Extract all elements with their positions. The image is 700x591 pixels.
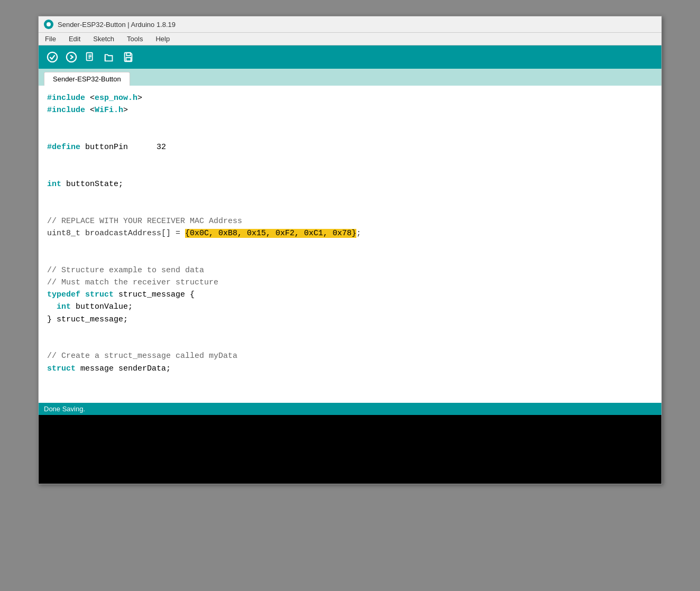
status-bar: Done Saving.: [39, 403, 661, 415]
verify-button[interactable]: [44, 49, 61, 66]
menu-help[interactable]: Help: [153, 34, 172, 44]
code-line-22: // Create a struct_message called myData: [47, 350, 653, 362]
code-line-6: [47, 153, 653, 165]
code-line-19: } struct_message;: [47, 313, 653, 326]
code-line-13: [47, 239, 653, 252]
save-button[interactable]: [120, 49, 137, 66]
window-title: Sender-ESP32-Button | Arduino 1.8.19: [58, 21, 176, 29]
tab-bar: Sender-ESP32-Button: [39, 69, 661, 86]
svg-rect-7: [126, 58, 131, 61]
code-line-21: [47, 338, 653, 350]
upload-button[interactable]: [63, 49, 80, 66]
open-button[interactable]: [101, 49, 118, 66]
svg-point-1: [67, 52, 76, 62]
editor-tab[interactable]: Sender-ESP32-Button: [44, 72, 130, 86]
new-button[interactable]: [82, 49, 99, 66]
code-line-23: struct message senderData;: [47, 363, 653, 375]
svg-point-0: [48, 52, 57, 62]
code-line-3: [47, 117, 653, 129]
code-line-18: int buttonValue;: [47, 301, 653, 313]
menu-sketch[interactable]: Sketch: [91, 34, 116, 44]
arduino-logo-icon: [44, 20, 53, 29]
code-line-11: // REPLACE WITH YOUR RECEIVER MAC Addres…: [47, 215, 653, 227]
menu-bar: File Edit Sketch Tools Help: [39, 33, 661, 45]
svg-rect-6: [126, 53, 130, 56]
code-line-16: // Must match the receiver structure: [47, 276, 653, 289]
menu-edit[interactable]: Edit: [67, 34, 82, 44]
menu-tools[interactable]: Tools: [125, 34, 145, 44]
menu-file[interactable]: File: [43, 34, 58, 44]
code-line-1: #include <esp_now.h>: [47, 92, 653, 104]
arduino-window: Sender-ESP32-Button | Arduino 1.8.19 Fil…: [38, 16, 662, 484]
status-text: Done Saving.: [44, 405, 85, 413]
code-line-12: uint8_t broadcastAddress[] = {0x0C, 0xB8…: [47, 227, 653, 239]
code-line-17: typedef struct struct_message {: [47, 289, 653, 301]
code-line-4: [47, 129, 653, 141]
code-line-9: [47, 190, 653, 202]
code-line-7: [47, 166, 653, 178]
title-bar: Sender-ESP32-Button | Arduino 1.8.19: [39, 16, 661, 33]
code-editor[interactable]: #include <esp_now.h> #include <WiFi.h> #…: [39, 86, 661, 403]
code-line-5: #define buttonPin 32: [47, 141, 653, 153]
code-line-2: #include <WiFi.h>: [47, 104, 653, 116]
code-line-20: [47, 326, 653, 338]
toolbar: [39, 45, 661, 69]
code-line-8: int buttonState;: [47, 178, 653, 190]
code-line-10: [47, 202, 653, 215]
code-line-15: // Structure example to send data: [47, 264, 653, 276]
console-area: [39, 415, 661, 484]
code-line-14: [47, 252, 653, 264]
